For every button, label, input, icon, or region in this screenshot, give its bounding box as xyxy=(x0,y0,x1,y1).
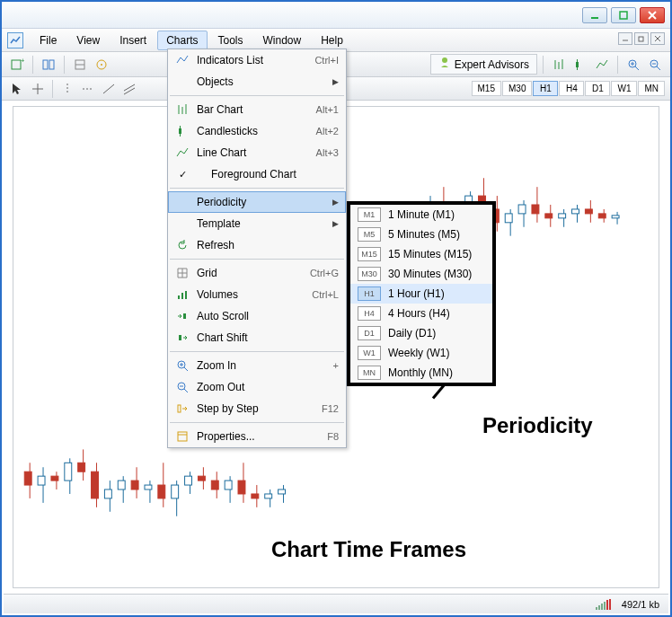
menu-window[interactable]: Window xyxy=(254,31,311,50)
mdi-restore[interactable] xyxy=(634,32,649,45)
periodicity-submenu: M11 Minute (M1) M55 Minutes (M5) M1515 M… xyxy=(347,201,496,386)
period-d1[interactable]: D1Daily (D1) xyxy=(350,323,492,343)
zoom-in-icon[interactable] xyxy=(623,55,643,75)
menu-volumes[interactable]: VolumesCtrl+L xyxy=(168,284,346,305)
cursor-icon[interactable] xyxy=(7,79,27,99)
tf-m30[interactable]: M30 xyxy=(502,81,532,96)
tf-h1[interactable]: H1 xyxy=(533,81,558,96)
app-icon xyxy=(7,32,23,48)
tf-w1[interactable]: W1 xyxy=(611,81,637,96)
tf-mn[interactable]: MN xyxy=(638,81,665,96)
menu-charts[interactable]: Charts xyxy=(157,31,207,50)
svg-rect-95 xyxy=(545,214,553,218)
crosshair-icon[interactable] xyxy=(28,79,48,99)
zoom-in-icon xyxy=(175,358,190,373)
svg-rect-111 xyxy=(178,295,180,299)
period-m15[interactable]: M1515 Minutes (M15) xyxy=(350,244,492,264)
separator xyxy=(170,259,344,260)
svg-rect-93 xyxy=(532,205,539,214)
maximize-button[interactable] xyxy=(611,7,636,23)
close-button[interactable] xyxy=(640,7,665,23)
period-h1[interactable]: H11 Hour (H1) xyxy=(350,284,492,304)
separator xyxy=(170,188,344,189)
channel-icon[interactable] xyxy=(119,79,139,99)
step-icon xyxy=(175,401,190,416)
bar-chart-icon[interactable] xyxy=(549,55,569,75)
candlestick-icon[interactable] xyxy=(570,55,590,75)
svg-line-27 xyxy=(657,66,660,70)
menu-view[interactable]: View xyxy=(67,31,109,50)
period-h4[interactable]: H44 Hours (H4) xyxy=(350,304,492,323)
mdi-minimize[interactable] xyxy=(618,32,632,45)
svg-rect-49 xyxy=(104,489,111,498)
charts-dropdown: Indicators ListCtrl+I Objects▶ Bar Chart… xyxy=(167,48,347,448)
indicators-icon xyxy=(175,53,190,67)
callout-periodicity: Periodicity xyxy=(433,397,487,400)
svg-rect-91 xyxy=(518,205,526,214)
menu-file[interactable]: File xyxy=(31,31,66,50)
menu-periodicity[interactable]: Periodicity▶ xyxy=(168,191,346,213)
svg-rect-10 xyxy=(43,60,48,69)
period-m30[interactable]: M3030 Minutes (M30) xyxy=(350,264,492,284)
market-watch-icon[interactable] xyxy=(70,55,90,75)
svg-rect-51 xyxy=(118,480,125,489)
period-w1[interactable]: W1Weekly (W1) xyxy=(350,343,492,363)
svg-rect-115 xyxy=(179,335,181,340)
svg-rect-71 xyxy=(252,494,259,498)
profiles-icon[interactable] xyxy=(39,55,58,75)
line-chart-icon[interactable] xyxy=(592,55,612,75)
menu-auto-scroll[interactable]: Auto Scroll xyxy=(168,305,346,327)
svg-point-15 xyxy=(101,64,102,66)
svg-line-121 xyxy=(184,389,188,392)
tf-m15[interactable]: M15 xyxy=(472,81,501,96)
expert-advisors-button[interactable]: Expert Advisors xyxy=(430,54,537,75)
separator xyxy=(64,56,65,74)
menu-zoom-out[interactable]: Zoom Out xyxy=(168,376,346,398)
menu-line-chart[interactable]: Line ChartAlt+3 xyxy=(168,142,346,163)
menu-properties[interactable]: Properties...F8 xyxy=(168,426,346,447)
menu-step-by-step[interactable]: Step by StepF12 xyxy=(168,398,346,419)
expert-label: Expert Advisors xyxy=(455,58,529,71)
svg-rect-47 xyxy=(92,472,99,498)
menu-grid[interactable]: GridCtrl+G xyxy=(168,262,346,284)
menu-tools[interactable]: Tools xyxy=(209,31,252,50)
menu-zoom-in[interactable]: Zoom In+ xyxy=(168,355,346,376)
menu-refresh[interactable]: Refresh xyxy=(168,234,346,256)
svg-text:+: + xyxy=(21,57,24,65)
statusbar: 492/1 kb xyxy=(4,594,668,613)
separator xyxy=(170,422,344,423)
vline-icon[interactable] xyxy=(57,79,77,99)
svg-rect-124 xyxy=(178,432,187,441)
menu-indicators-list[interactable]: Indicators ListCtrl+I xyxy=(168,49,346,71)
data-window-icon[interactable] xyxy=(92,55,111,75)
svg-rect-57 xyxy=(158,485,165,498)
period-mn[interactable]: MNMonthly (MN) xyxy=(350,363,492,383)
connection-signal-icon xyxy=(596,599,611,610)
menu-foreground-chart[interactable]: Foreground Chart xyxy=(168,163,346,185)
menu-insert[interactable]: Insert xyxy=(111,31,155,50)
trendline-icon[interactable] xyxy=(99,79,119,99)
svg-rect-39 xyxy=(38,476,45,485)
zoom-out-icon[interactable] xyxy=(645,55,665,75)
mdi-close[interactable] xyxy=(650,32,665,45)
new-chart-icon[interactable]: + xyxy=(7,55,27,75)
submenu-arrow-icon: ▶ xyxy=(332,219,339,228)
menu-objects[interactable]: Objects▶ xyxy=(168,71,346,93)
period-m5[interactable]: M55 Minutes (M5) xyxy=(350,225,492,244)
menu-bar-chart[interactable]: Bar ChartAlt+1 xyxy=(168,99,346,120)
menu-help[interactable]: Help xyxy=(312,31,352,50)
hline-icon[interactable] xyxy=(78,79,98,99)
menu-chart-shift[interactable]: Chart Shift xyxy=(168,327,346,348)
grid-icon xyxy=(175,266,190,280)
tf-h4[interactable]: H4 xyxy=(559,81,584,96)
svg-rect-105 xyxy=(612,216,619,218)
svg-rect-73 xyxy=(265,494,272,498)
svg-rect-112 xyxy=(181,293,183,299)
menu-candlesticks[interactable]: CandlesticksAlt+2 xyxy=(168,120,346,142)
minimize-button[interactable] xyxy=(582,7,607,23)
menu-template[interactable]: Template▶ xyxy=(168,213,346,234)
submenu-arrow-icon: ▶ xyxy=(332,77,339,86)
line-chart-icon xyxy=(175,145,190,160)
period-m1[interactable]: M11 Minute (M1) xyxy=(350,205,492,225)
tf-d1[interactable]: D1 xyxy=(585,81,610,96)
